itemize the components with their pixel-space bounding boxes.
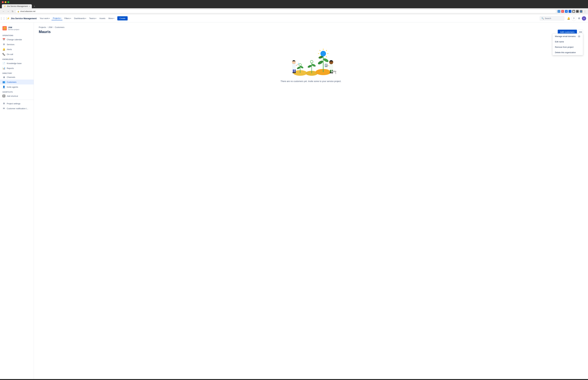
sidebar-item-add-shortcut[interactable]: 🔲 Add shortcut xyxy=(0,94,34,98)
address-bar[interactable]: 🔒 cloud.atlassian.net xyxy=(15,10,556,13)
svg-point-13 xyxy=(323,57,329,63)
svg-line-19 xyxy=(326,50,327,51)
nav-your-work[interactable]: Your work ▾ xyxy=(39,17,51,20)
nav-icons: 🔔 ? ⚙ A xyxy=(566,16,586,21)
sidebar-item-label: Add shortcut xyxy=(7,95,18,97)
chevron-down-icon: ▾ xyxy=(114,18,114,19)
help-button[interactable]: ? xyxy=(571,16,576,21)
sidebar-item-invite-agents[interactable]: 👤 Invite agents xyxy=(0,84,34,89)
create-button[interactable]: Create xyxy=(117,16,128,20)
svg-line-22 xyxy=(326,56,327,57)
ext-icon-1[interactable]: J xyxy=(558,10,560,13)
settings-button[interactable]: ⚙ xyxy=(577,16,582,21)
ext-icon-3[interactable]: A xyxy=(565,10,568,13)
svg-line-46 xyxy=(336,71,336,74)
sidebar-item-customer-notifications[interactable]: ✉ Customer notification l... xyxy=(0,106,34,111)
project-avatar-icon: 😊 xyxy=(3,27,6,30)
dropdown-item-manage-email[interactable]: Manage email domains 0 xyxy=(552,34,583,39)
sidebar-item-label: Alerts xyxy=(7,48,12,51)
forward-button[interactable]: → xyxy=(6,10,10,13)
dropdown-item-remove-from-project[interactable]: Remove from project xyxy=(552,44,583,50)
svg-rect-30 xyxy=(292,72,294,73)
ext-icon-2[interactable]: 8 xyxy=(561,10,564,13)
page-header: Mauris Add customers ••• xyxy=(39,30,583,35)
empty-state: There are no customers yet. Invite some … xyxy=(39,39,583,89)
sidebar-item-label: Project settings xyxy=(7,102,20,105)
nav-filters[interactable]: Filters ▾ xyxy=(63,17,72,20)
breadcrumb-customers[interactable]: Customers xyxy=(55,26,64,28)
ext-icon-6[interactable]: ⬛ xyxy=(576,10,579,13)
brand-icon: ⚡ xyxy=(7,17,10,20)
services-icon: ⚙ xyxy=(2,43,5,46)
browser-tab-label: Jira Service Management xyxy=(7,5,28,7)
dropdown-item-edit-name[interactable]: Edit name xyxy=(552,39,583,44)
breadcrumb-projects[interactable]: Projects xyxy=(39,26,46,28)
ext-icon-5[interactable]: ⬜ xyxy=(572,10,575,13)
svg-line-45 xyxy=(332,71,332,74)
sidebar-item-knowledge-base[interactable]: 📄 Knowledge base xyxy=(0,61,34,66)
reload-button[interactable]: ↻ xyxy=(11,10,14,13)
nav-teams[interactable]: Teams ▾ xyxy=(88,17,98,20)
brand-logo: ⚡ Jira Service Management xyxy=(7,17,37,20)
dropdown-item-delete-organization[interactable]: Delete this organization xyxy=(552,50,583,55)
section-label-directory: DIRECTORY xyxy=(0,71,34,75)
more-dots-icon: ••• xyxy=(579,31,582,34)
search-placeholder: Search xyxy=(545,17,551,19)
breadcrumb-jsm[interactable]: JSM xyxy=(48,26,52,28)
notifications-button[interactable]: 🔔 xyxy=(566,16,571,21)
dropdown-item-label: Delete this organization xyxy=(555,51,576,54)
sidebar-item-channels[interactable]: 🖥 Channels xyxy=(0,75,34,79)
user-avatar[interactable]: A xyxy=(582,16,586,20)
sidebar-item-label: Channels xyxy=(7,76,15,78)
svg-point-12 xyxy=(317,60,324,65)
traffic-light-red[interactable] xyxy=(2,1,4,3)
sidebar-item-project-settings[interactable]: ⚙ Project settings xyxy=(0,101,34,106)
email-domains-badge: 0 xyxy=(578,35,580,38)
dropdown-item-label: Manage email domains xyxy=(555,35,576,38)
project-type: Service project xyxy=(8,29,19,30)
lock-icon: 🔒 xyxy=(17,11,19,12)
calendar-icon: 📅 xyxy=(2,38,5,41)
search-icon: 🔍 xyxy=(541,17,544,19)
new-tab-button[interactable]: + xyxy=(32,4,36,8)
breadcrumb: Projects / JSM / Customers xyxy=(39,26,583,28)
sidebar: 😊 JSM Service project OPERATIONS 📅 Chang… xyxy=(0,22,34,379)
tab-close-icon[interactable]: ✕ xyxy=(29,5,30,7)
nav-dashboards[interactable]: Dashboards ▾ xyxy=(73,17,87,20)
search-box[interactable]: 🔍 Search xyxy=(540,16,564,20)
sidebar-item-change-calendar[interactable]: 📅 Change calendar xyxy=(0,37,34,42)
traffic-light-yellow[interactable] xyxy=(5,1,6,3)
jira-tab-icon: ⚡ xyxy=(4,5,6,7)
nav-projects[interactable]: Projects ▾ xyxy=(52,17,62,20)
nav-assets[interactable]: Assets xyxy=(98,17,106,20)
ext-icon-4[interactable]: J xyxy=(569,10,571,13)
sidebar-item-reports[interactable]: 📊 Reports xyxy=(0,66,34,71)
section-label-knowledge: KNOWLEDGE xyxy=(0,57,34,61)
traffic-light-green[interactable] xyxy=(7,1,9,3)
ext-icon-7[interactable]: 👤 xyxy=(580,10,583,13)
sidebar-item-on-call[interactable]: 📞 On-call xyxy=(0,52,34,57)
browser-menu-button[interactable]: ⋮ xyxy=(584,10,586,13)
svg-line-26 xyxy=(296,64,298,66)
svg-rect-33 xyxy=(329,64,334,71)
sidebar-item-customers[interactable]: 👥 Customers xyxy=(0,79,34,84)
project-name: JSM xyxy=(8,26,19,29)
svg-rect-38 xyxy=(325,65,327,65)
sidebar-item-label: Customer notification l... xyxy=(7,107,28,110)
nav-more[interactable]: More ▾ xyxy=(107,17,116,20)
project-settings-icon: ⚙ xyxy=(2,102,5,105)
reports-icon: 📊 xyxy=(2,67,5,70)
url-text: cloud.atlassian.net xyxy=(20,10,35,12)
dropdown-item-label: Edit name xyxy=(555,40,564,43)
back-button[interactable]: ← xyxy=(2,10,5,13)
svg-point-15 xyxy=(321,51,326,56)
sidebar-item-label: Change calendar xyxy=(7,38,22,41)
knowledge-base-icon: 📄 xyxy=(2,62,5,65)
sidebar-item-services[interactable]: ⚙ Services xyxy=(0,42,34,47)
browser-tab-active[interactable]: ⚡ Jira Service Management ✕ xyxy=(2,4,32,8)
brand-name: Jira Service Management xyxy=(11,17,37,20)
app-switcher-button[interactable]: ⋮⋮⋮ xyxy=(2,16,6,20)
svg-rect-27 xyxy=(298,63,299,65)
sidebar-item-alerts[interactable]: 🔔 Alerts xyxy=(0,47,34,52)
alerts-icon: 🔔 xyxy=(2,48,5,51)
